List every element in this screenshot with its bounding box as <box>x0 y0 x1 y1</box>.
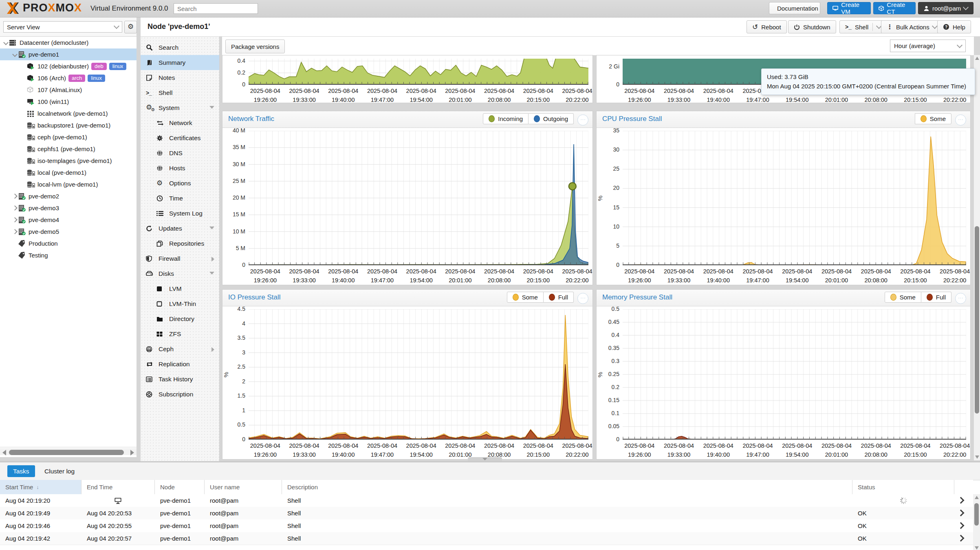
legend-toggle-incoming[interactable]: Incoming <box>483 113 529 124</box>
help-button[interactable]: ? Help <box>937 20 971 33</box>
tree-item-cephfs1[interactable]: cephfs1 (pve-demo1) <box>0 143 137 155</box>
tree-item-production[interactable]: Production <box>0 238 137 249</box>
view-mode-select[interactable]: Server View <box>3 21 122 33</box>
task-row[interactable]: Aug 04 20:19:46Aug 04 20:20:55pve-demo1r… <box>0 519 973 532</box>
sidebar-item-lvm[interactable]: LVM <box>141 281 219 296</box>
section-collapse-icon[interactable] <box>209 227 214 229</box>
chart-plot-network-traffic[interactable] <box>249 131 588 265</box>
tree-item-pve-demo2[interactable]: pve-demo2 <box>0 190 137 202</box>
scroll-down-arrow-icon[interactable] <box>975 455 979 459</box>
chart-collapse-button[interactable]: ··· <box>577 114 588 125</box>
sidebar-item-repositories[interactable]: Repositories <box>141 236 219 251</box>
sidebar-item-subscription[interactable]: Subscription <box>141 387 219 402</box>
legend-toggle-some[interactable]: Some <box>507 292 544 303</box>
tree-item-102[interactable]: 102 (debianbuster)deblinux <box>0 60 137 72</box>
sidebar-item-updates[interactable]: Updates <box>141 221 219 236</box>
scroll-down-arrow-icon[interactable] <box>975 546 979 550</box>
tree-expander-right-icon[interactable] <box>11 193 18 200</box>
tree-item-datacenter[interactable]: Datacenter (democluster) <box>0 37 137 48</box>
tree-item-local[interactable]: local (pve-demo1) <box>0 167 137 178</box>
scrollbar-thumb[interactable] <box>974 503 979 526</box>
chart-plot-cpu-pressure[interactable] <box>623 131 966 265</box>
bottom-panel-resize-handle[interactable] <box>468 457 502 461</box>
time-range-select[interactable]: Hour (average) <box>890 40 966 52</box>
legend-toggle-some[interactable]: Some <box>885 292 921 303</box>
column-header-description[interactable]: Description <box>282 480 852 494</box>
scroll-left-arrow-icon[interactable] <box>2 450 6 455</box>
documentation-button[interactable]: Documentation <box>769 2 820 14</box>
tasks-vertical-scrollbar[interactable] <box>973 494 980 550</box>
chart-collapse-button[interactable]: ··· <box>577 293 588 304</box>
sidebar-item-task-history[interactable]: Task History <box>141 372 219 387</box>
section-collapse-icon[interactable] <box>209 272 214 275</box>
chart-plot-memory-pressure[interactable] <box>623 309 966 440</box>
shutdown-button[interactable]: Shutdown <box>788 20 836 33</box>
tree-item-iso-templages[interactable]: iso-templages (pve-demo1) <box>0 155 137 167</box>
tree-item-100[interactable]: 100 (win11) <box>0 96 137 108</box>
tree-item-107[interactable]: 107 (AlmaLinux) <box>0 84 137 96</box>
chart-plot-cpu-usage-partial[interactable] <box>249 59 588 85</box>
sidebar-item-summary[interactable]: Summary <box>141 55 219 70</box>
section-expand-icon[interactable] <box>211 257 214 262</box>
column-header-node[interactable]: Node <box>155 480 205 494</box>
column-header-status[interactable]: Status <box>852 480 954 494</box>
sidebar-item-notes[interactable]: Notes <box>141 70 219 85</box>
tree-item-local-lvm[interactable]: local-lvm (pve-demo1) <box>0 178 137 190</box>
legend-toggle-some[interactable]: Some <box>915 113 951 124</box>
tree-item-testing[interactable]: Testing <box>0 249 137 261</box>
package-versions-button[interactable]: Package versions <box>225 40 285 53</box>
legend-toggle-outgoing[interactable]: Outgoing <box>529 113 574 124</box>
tab-tasks[interactable]: Tasks <box>7 465 35 477</box>
sidebar-item-hosts[interactable]: Hosts <box>141 161 219 176</box>
global-search-input[interactable] <box>174 3 258 14</box>
task-row[interactable]: Aug 04 20:19:20pve-demo1root@pamShell <box>0 494 973 507</box>
sidebar-item-time[interactable]: Time <box>141 191 219 206</box>
section-collapse-icon[interactable] <box>209 106 214 109</box>
sidebar-item-firewall[interactable]: Firewall <box>141 251 219 266</box>
user-menu-button[interactable]: root@pam <box>918 2 973 14</box>
task-expand-chevron-icon[interactable] <box>958 535 965 542</box>
task-expand-chevron-icon[interactable] <box>958 522 965 529</box>
sidebar-item-disks[interactable]: Disks <box>141 266 219 281</box>
tree-expander-right-icon[interactable] <box>11 229 18 235</box>
task-expand-chevron-icon[interactable] <box>958 497 965 504</box>
tree-item-ceph[interactable]: ceph (pve-demo1) <box>0 131 137 143</box>
sidebar-item-certificates[interactable]: Certificates <box>141 130 219 145</box>
section-expand-icon[interactable] <box>211 347 214 352</box>
sidebar-item-search[interactable]: Search <box>141 40 219 55</box>
tab-cluster-log[interactable]: Cluster log <box>39 465 80 477</box>
scroll-up-arrow-icon[interactable] <box>975 57 979 60</box>
scroll-up-arrow-icon[interactable] <box>975 496 979 499</box>
column-header-end-time[interactable]: End Time <box>81 480 155 494</box>
tree-item-pve-demo1[interactable]: pve-demo1 <box>0 48 137 60</box>
tree-horizontal-scrollbar[interactable] <box>0 447 137 457</box>
tree-item-pve-demo3[interactable]: pve-demo3 <box>0 202 137 214</box>
tree-settings-gear-button[interactable]: ⚙ <box>124 21 137 33</box>
sidebar-item-system[interactable]: ⚙⚙System <box>141 100 219 115</box>
chart-collapse-button[interactable]: ··· <box>955 114 966 125</box>
tree-expander-down-icon[interactable] <box>11 51 18 58</box>
sidebar-item-system-log[interactable]: System Log <box>141 206 219 221</box>
scrollbar-thumb[interactable] <box>9 450 124 455</box>
column-header-start-time[interactable]: Start Time↓ <box>0 480 81 494</box>
task-row[interactable]: Aug 04 20:19:42Aug 04 20:20:57pve-demo1r… <box>0 532 973 545</box>
chart-collapse-button[interactable]: ··· <box>955 293 966 304</box>
task-row[interactable]: Aug 04 20:19:49Aug 04 20:20:53pve-demo1r… <box>0 507 973 520</box>
sidebar-item-dns[interactable]: DNS <box>141 145 219 161</box>
reboot-button[interactable]: ↺ Reboot <box>747 20 787 33</box>
legend-toggle-full[interactable]: Full <box>544 292 574 303</box>
sidebar-item-ceph[interactable]: Ceph <box>141 341 219 356</box>
tree-expander-right-icon[interactable] <box>11 217 18 223</box>
task-expand-chevron-icon[interactable] <box>958 510 965 517</box>
tree-item-pve-demo4[interactable]: pve-demo4 <box>0 214 137 226</box>
column-header-user-name[interactable]: User name <box>205 480 282 494</box>
legend-toggle-full[interactable]: Full <box>921 292 951 303</box>
sidebar-item-network[interactable]: Network <box>141 115 219 130</box>
create-ct-button[interactable]: Create CT <box>873 2 916 14</box>
tree-item-106[interactable]: 106 (Arch)archlinux <box>0 72 137 84</box>
scroll-right-arrow-icon[interactable] <box>130 450 134 455</box>
sidebar-item-replication[interactable]: Replication <box>141 356 219 372</box>
bulk-actions-button[interactable]: ⋮ Bulk Actions <box>881 20 943 33</box>
scrollbar-thumb[interactable] <box>975 226 979 414</box>
sidebar-item-zfs[interactable]: ZFS <box>141 326 219 341</box>
